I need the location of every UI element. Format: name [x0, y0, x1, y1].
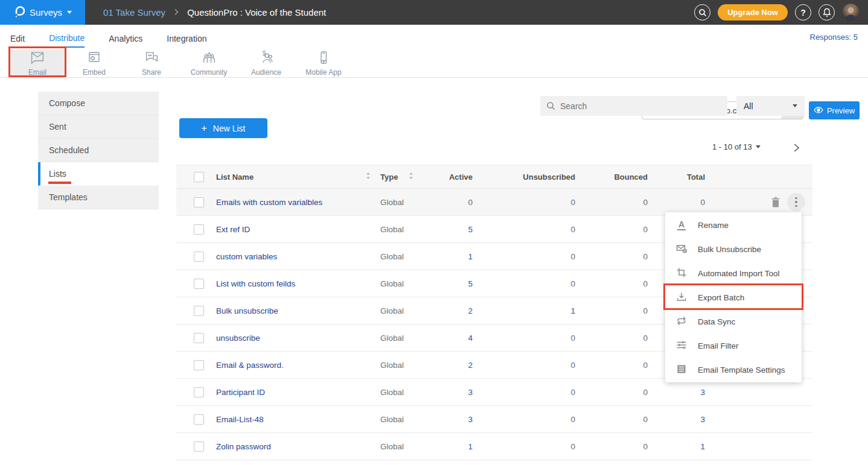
table-row[interactable]: Participant ID Global 3 0 0 3: [176, 379, 812, 406]
preview-button[interactable]: Preview: [809, 101, 860, 119]
row-checkbox[interactable]: [194, 360, 204, 370]
list-type: Global: [380, 279, 404, 288]
list-name-link[interactable]: unsubscribe: [216, 334, 260, 343]
responses-count-link[interactable]: Responses: 5: [810, 33, 858, 42]
questionpro-logo-icon: [13, 5, 25, 21]
sort-list-name-icon[interactable]: [366, 172, 371, 182]
sidebar-item-sent[interactable]: Sent: [38, 115, 159, 139]
channel-audience[interactable]: $ Audience: [237, 49, 295, 78]
active-count: 0: [439, 198, 473, 207]
row-checkbox[interactable]: [194, 251, 204, 262]
notifications-button[interactable]: [819, 4, 835, 21]
row-checkbox[interactable]: [194, 224, 204, 235]
channel-community[interactable]: Community: [180, 49, 238, 78]
global-search-button[interactable]: [694, 4, 710, 21]
channel-label: Mobile App: [305, 68, 341, 77]
column-bounced: Bounced: [575, 172, 648, 182]
sidebar-item-compose[interactable]: Compose: [38, 92, 159, 115]
svg-text:$: $: [263, 51, 266, 57]
tab-edit[interactable]: Edit: [10, 28, 25, 47]
total-count: 1: [648, 442, 705, 451]
table-row[interactable]: Email-List-48 Global 3 0 0 3: [176, 406, 812, 433]
delete-list-button[interactable]: [768, 194, 783, 210]
channel-label: Share: [142, 68, 161, 77]
unsubscribed-count[interactable]: 1: [473, 306, 575, 315]
row-menu-button[interactable]: [787, 193, 805, 211]
list-name-link[interactable]: List with custom feilds: [216, 279, 295, 288]
pagination-range-dropdown[interactable]: 1 - 10 of 13: [712, 142, 761, 151]
row-checkbox[interactable]: [194, 279, 204, 289]
breadcrumb-survey-link[interactable]: 01 Take Survey: [103, 7, 165, 17]
list-type: Global: [380, 306, 404, 315]
active-count[interactable]: 5: [439, 279, 473, 288]
tab-analytics[interactable]: Analytics: [109, 28, 142, 47]
row-checkbox[interactable]: [194, 441, 204, 452]
data-sync-icon: [676, 315, 687, 328]
active-count[interactable]: 1: [439, 252, 473, 261]
row-checkbox[interactable]: [194, 333, 204, 343]
sort-type-icon[interactable]: [409, 172, 413, 182]
list-name-link[interactable]: Bulk unsubscribe: [216, 306, 278, 315]
bounced-count: 0: [575, 198, 648, 207]
list-type: Global: [380, 334, 404, 343]
menu-item-email-filter[interactable]: Email Filter: [665, 334, 802, 358]
sidebar-item-scheduled[interactable]: Scheduled: [38, 139, 159, 162]
audience-icon: $: [258, 51, 274, 67]
menu-item-data-sync[interactable]: Data Sync: [665, 309, 802, 334]
tab-integration[interactable]: Integration: [167, 28, 206, 47]
upgrade-now-button[interactable]: Upgrade Now: [718, 4, 788, 21]
table-row[interactable]: Zolin password Global 1 0 0 1: [176, 433, 812, 460]
select-all-checkbox[interactable]: [194, 172, 204, 182]
list-name-link[interactable]: Emails with custom varialbles: [216, 198, 322, 207]
help-button[interactable]: ?: [795, 4, 811, 21]
top-header: Surveys 01 Take Survey QuestionPro : Voi…: [0, 0, 868, 25]
active-count[interactable]: 3: [439, 388, 473, 397]
surveys-product-menu[interactable]: Surveys: [0, 0, 85, 25]
next-page-button[interactable]: [788, 140, 804, 156]
row-checkbox[interactable]: [194, 414, 204, 425]
pagination: 1 - 10 of 13: [712, 142, 761, 151]
tab-distribute[interactable]: Distribute: [49, 27, 85, 48]
new-list-label: New List: [213, 124, 246, 133]
sidebar-item-templates[interactable]: Templates: [38, 186, 159, 209]
new-list-button[interactable]: + New List: [179, 118, 267, 138]
list-type: Global: [380, 361, 404, 370]
list-name-link[interactable]: Ext ref ID: [216, 225, 250, 234]
list-name-link[interactable]: custom variables: [216, 252, 277, 261]
list-name-link[interactable]: Zolin password: [216, 442, 271, 451]
email-template-settings-icon: [676, 364, 687, 376]
row-checkbox[interactable]: [194, 306, 204, 316]
active-count[interactable]: 2: [439, 306, 473, 315]
list-search-input[interactable]: [560, 101, 721, 111]
active-count[interactable]: 2: [439, 361, 473, 370]
menu-item-rename[interactable]: Rename: [665, 213, 802, 237]
menu-item-label: Rename: [698, 221, 729, 230]
list-name-link[interactable]: Email & password.: [216, 361, 284, 370]
list-name-link[interactable]: Participant ID: [216, 388, 265, 397]
row-checkbox[interactable]: [194, 387, 204, 397]
active-count[interactable]: 4: [439, 334, 473, 343]
active-count[interactable]: 1: [439, 442, 473, 451]
bulk-unsubscribe-icon: [676, 243, 687, 256]
chevron-down-icon: [793, 104, 797, 107]
survey-tab-bar: Edit Distribute Analytics Integration Re…: [0, 25, 868, 49]
channel-email[interactable]: Email: [8, 49, 66, 78]
list-filter-dropdown[interactable]: All: [736, 96, 805, 116]
menu-item-email-template-settings[interactable]: Email Template Settings: [665, 358, 802, 382]
distribute-toolbar: Email Embed Share Community $ Audience M…: [0, 49, 868, 78]
row-checkbox[interactable]: [194, 197, 204, 207]
active-count[interactable]: 3: [439, 415, 473, 424]
menu-item-automated-import-tool[interactable]: Automated Import Tool: [665, 261, 802, 285]
total-count: 3: [648, 415, 705, 424]
bounced-count: 0: [575, 415, 648, 424]
user-avatar[interactable]: [842, 4, 860, 21]
menu-item-export-batch[interactable]: Export Batch: [665, 285, 802, 309]
channel-share[interactable]: Share: [123, 49, 180, 78]
list-name-link[interactable]: Email-List-48: [216, 415, 264, 424]
column-list-name: List Name: [216, 172, 254, 182]
community-icon: [202, 51, 217, 67]
channel-mobile-app[interactable]: Mobile App: [295, 49, 353, 78]
active-count[interactable]: 5: [439, 225, 473, 234]
channel-embed[interactable]: Embed: [65, 49, 123, 78]
menu-item-bulk-unsubscribe[interactable]: Bulk Unsubscribe: [665, 237, 802, 261]
